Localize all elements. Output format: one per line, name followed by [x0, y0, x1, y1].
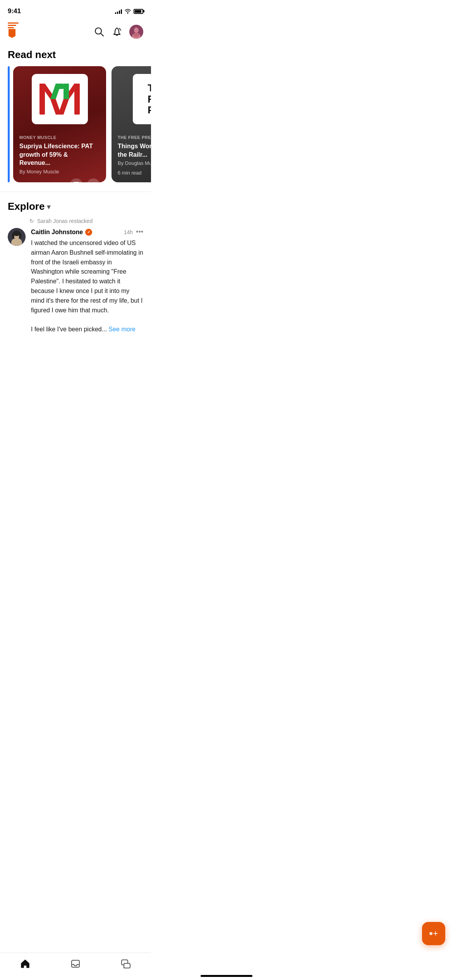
header-actions — [94, 25, 143, 39]
card-1-author: By Money Muscle — [19, 169, 100, 175]
status-bar: 9:41 — [0, 0, 151, 19]
svg-rect-7 — [133, 33, 139, 37]
restack-text: Sarah Jonas restacked — [37, 218, 93, 224]
post-continuation: I feel like I've been picked... — [31, 326, 107, 332]
section-divider — [0, 192, 151, 192]
card-1-title: Supriya Lifescience: PAT growth of 59% &… — [19, 142, 100, 167]
verified-badge: ✓ — [85, 229, 92, 236]
svg-marker-16 — [58, 99, 69, 115]
svg-marker-13 — [63, 84, 69, 99]
see-more-button[interactable]: See more — [109, 326, 136, 332]
user-avatar[interactable] — [129, 25, 143, 39]
bookmark-button[interactable] — [70, 178, 83, 182]
notifications-button[interactable] — [112, 26, 122, 37]
post-time: 14h — [124, 229, 133, 235]
card-2-source: THE FREE PRESS — [118, 135, 151, 140]
wifi-icon — [124, 9, 131, 14]
post-author-name[interactable]: Caitlin Johnstone — [31, 229, 83, 236]
card-free-press[interactable]: THFRIPRE THE FREE PRESS Things Worth R..… — [112, 66, 151, 182]
svg-point-5 — [134, 27, 139, 33]
card-2-read-time: 6 min read — [118, 170, 141, 176]
svg-rect-14 — [56, 84, 63, 89]
app-header — [0, 19, 151, 46]
card-1-actions: ••• — [70, 178, 100, 182]
explore-header: Explore ▾ — [0, 194, 151, 218]
app-logo[interactable] — [8, 22, 25, 41]
svg-line-3 — [119, 28, 121, 30]
card-1-read-time: 3 min read — [19, 182, 43, 182]
restack-row: ↻ Sarah Jonas restacked — [0, 218, 151, 228]
post-body-text: I watched the uncensored video of US air… — [31, 240, 143, 314]
explore-chevron-icon[interactable]: ▾ — [47, 202, 51, 211]
svg-point-0 — [127, 13, 129, 14]
post-item: Caitlin Johnstone ✓ 14h ••• I watched th… — [0, 228, 151, 341]
read-next-title: Read next — [0, 46, 151, 66]
cards-scroll-area[interactable]: MONEY MUSCLE Supriya Lifescience: PAT gr… — [0, 66, 151, 190]
post-meta-row: 14h ••• — [124, 228, 143, 236]
card-2-author: By Douglas Murra... — [118, 160, 151, 166]
search-button[interactable] — [94, 26, 105, 37]
card-money-muscle[interactable]: MONEY MUSCLE Supriya Lifescience: PAT gr… — [13, 66, 106, 182]
more-options-button[interactable]: ••• — [87, 178, 100, 182]
svg-line-2 — [101, 33, 103, 36]
post-author-avatar[interactable] — [8, 228, 26, 246]
card-1-source: MONEY MUSCLE — [19, 135, 100, 140]
card-2-title: Things Worth R... 'I Built the Railr... — [118, 142, 151, 159]
explore-title: Explore — [8, 200, 45, 212]
battery-icon — [134, 9, 143, 14]
post-more-options[interactable]: ••• — [136, 228, 143, 236]
status-icons — [115, 9, 143, 14]
restack-icon: ↻ — [29, 218, 34, 224]
post-text: I watched the uncensored video of US air… — [31, 238, 143, 334]
explore-section: Explore ▾ ↻ Sarah Jonas restacked — [0, 194, 151, 341]
post-body: Caitlin Johnstone ✓ 14h ••• I watched th… — [31, 228, 143, 334]
signal-icon — [115, 9, 122, 14]
read-next-section: Read next — [0, 46, 151, 190]
svg-point-21 — [12, 233, 14, 239]
status-time: 9:41 — [8, 7, 21, 15]
svg-point-22 — [19, 233, 21, 239]
post-author-row: Caitlin Johnstone ✓ — [31, 229, 92, 236]
